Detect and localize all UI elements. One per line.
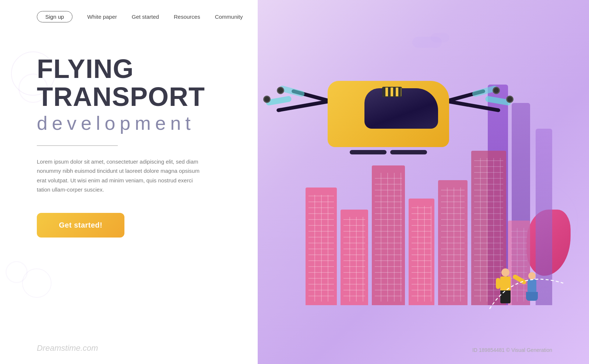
- hub-front-right: [493, 87, 500, 94]
- building-1: [306, 188, 337, 305]
- hub-top-left: [263, 96, 271, 103]
- taxi-sign: [382, 87, 402, 97]
- taxi-body: [328, 81, 449, 147]
- flying-taxi: [306, 51, 471, 169]
- building-2: [341, 210, 368, 305]
- hero-headline: FLYING TRANSPORT: [37, 55, 258, 111]
- nav-getstarted[interactable]: Get started: [132, 14, 159, 20]
- dreamstime-watermark: Dreamstime.com: [37, 343, 98, 353]
- nav-community[interactable]: Community: [215, 14, 243, 20]
- hero-content: FLYING TRANSPORT development Lorem ipsum…: [37, 55, 258, 238]
- hero-description: Lorem ipsum dolor sit amet, consectetuer…: [37, 157, 206, 195]
- hero-subheadline: development: [37, 112, 258, 134]
- image-id: ID 189854481 © Visual Generation: [472, 347, 552, 353]
- cta-button[interactable]: Get started!: [37, 213, 124, 238]
- nav-resources[interactable]: Resources: [174, 14, 200, 20]
- building-5: [438, 180, 468, 305]
- taxi-skid-right: [390, 150, 427, 154]
- hub-top-right: [506, 96, 514, 103]
- deco-swirl-2: [6, 261, 28, 283]
- hero-divider: [37, 145, 118, 146]
- taxi-sign-pattern: [383, 88, 401, 96]
- hub-front-left: [277, 87, 284, 94]
- navbar: Sign up White paper Get started Resource…: [0, 0, 589, 33]
- nav-whitepaper[interactable]: White paper: [87, 14, 117, 20]
- building-3: [372, 165, 405, 305]
- signup-button[interactable]: Sign up: [37, 11, 73, 22]
- flight-path: [486, 261, 567, 313]
- taxi-skid-left: [350, 150, 387, 154]
- building-4: [409, 199, 434, 305]
- illustration: [239, 29, 589, 342]
